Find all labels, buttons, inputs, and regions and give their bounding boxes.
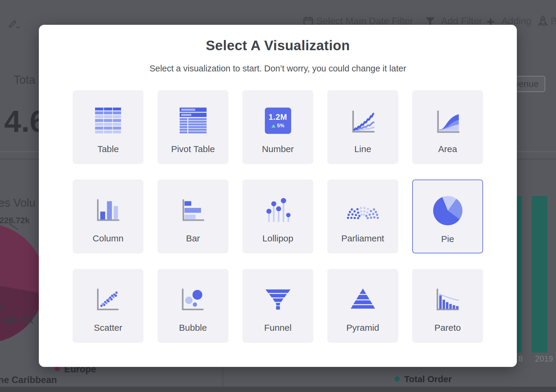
tile-label: Column xyxy=(93,233,123,244)
viz-tile-pivot-table[interactable]: Pivot Table xyxy=(158,90,228,164)
bar-chart-icon xyxy=(179,195,207,226)
legend-label-total-order: Total Order xyxy=(404,374,452,384)
legend-dot-europe xyxy=(55,366,60,371)
scatter-chart-icon xyxy=(94,284,122,315)
viz-tile-scatter[interactable]: Scatter xyxy=(73,269,143,343)
x-axis-label: 8 xyxy=(518,354,523,364)
viz-tile-number[interactable]: 1.2M 5% Number xyxy=(242,90,313,164)
tile-label: Table xyxy=(97,144,119,154)
section-title-fragment: es Volu xyxy=(0,197,36,209)
modal-subtitle: Select a visualization to start. Don’t w… xyxy=(39,64,517,74)
column-chart-icon xyxy=(94,195,122,226)
lollipop-chart-icon xyxy=(264,195,292,226)
viz-tile-table[interactable]: Table xyxy=(73,90,143,164)
pyramid-chart-icon xyxy=(349,284,377,315)
pie-data-label: 226.72k xyxy=(0,216,30,225)
tile-label: Pie xyxy=(441,234,454,244)
number-icon: 1.2M 5% xyxy=(265,105,291,136)
viz-tile-area[interactable]: Area xyxy=(412,90,483,164)
pie-data-label: 260.73k xyxy=(2,316,33,325)
tile-label: Lollipop xyxy=(262,233,293,244)
visualization-grid: Table Pivot Table xyxy=(73,90,483,343)
tile-label: Bar xyxy=(186,233,200,244)
viz-tile-funnel[interactable]: Funnel xyxy=(242,269,313,343)
tile-label: Funnel xyxy=(264,323,292,333)
number-icon-value: 1.2M xyxy=(268,113,287,122)
viz-tile-parliament[interactable]: Parliament xyxy=(327,180,398,253)
viz-tile-pyramid[interactable]: Pyramid xyxy=(327,269,398,343)
viz-tile-lollipop[interactable]: Lollipop xyxy=(242,180,313,253)
line-chart-icon xyxy=(349,105,377,136)
tile-label: Pareto xyxy=(434,323,461,333)
edit-pencil-icon[interactable] xyxy=(7,17,20,31)
up-triangle-icon xyxy=(271,124,276,128)
legend-label-caribbean: ne Caribbean xyxy=(0,375,57,385)
legend-dot-total-order xyxy=(395,376,400,382)
pivot-table-icon xyxy=(180,105,207,136)
kpi-title-fragment: Tota xyxy=(14,74,35,86)
tile-label: Area xyxy=(438,144,457,154)
tile-label: Number xyxy=(262,144,294,154)
number-icon-delta: 5% xyxy=(277,123,285,129)
area-chart-icon xyxy=(434,105,462,136)
x-axis-label: 2019 xyxy=(535,354,553,364)
pareto-chart-icon xyxy=(434,284,462,315)
tile-label: Line xyxy=(354,144,371,154)
pie-chart-icon xyxy=(433,195,462,226)
bar-chart-bar xyxy=(532,196,547,353)
viz-tile-pareto[interactable]: Pareto xyxy=(412,269,483,343)
viz-tile-line[interactable]: Line xyxy=(327,90,398,164)
tile-label: Scatter xyxy=(94,323,122,333)
funnel-chart-icon xyxy=(264,284,292,315)
tile-label: Pivot Table xyxy=(171,144,215,154)
viz-tile-bar[interactable]: Bar xyxy=(158,180,228,253)
viz-tile-bubble[interactable]: Bubble xyxy=(158,269,228,343)
table-icon xyxy=(95,105,121,136)
tile-label: Parliament xyxy=(341,233,384,244)
select-visualization-modal: Select A Visualization Select a visualiz… xyxy=(39,25,517,367)
bubble-chart-icon xyxy=(179,284,207,315)
tile-label: Bubble xyxy=(179,323,207,333)
tile-label: Pyramid xyxy=(346,323,379,333)
viz-tile-pie[interactable]: Pie xyxy=(412,180,483,253)
rocket-icon xyxy=(537,15,548,29)
pie-leader-lines xyxy=(0,221,45,329)
pie-data-label: k xyxy=(0,302,5,312)
modal-title: Select A Visualization xyxy=(39,37,517,53)
boost-button[interactable]: B xyxy=(551,16,556,27)
bottom-strip xyxy=(0,387,556,392)
parliament-chart-icon xyxy=(347,195,379,226)
viz-tile-column[interactable]: Column xyxy=(73,180,143,253)
